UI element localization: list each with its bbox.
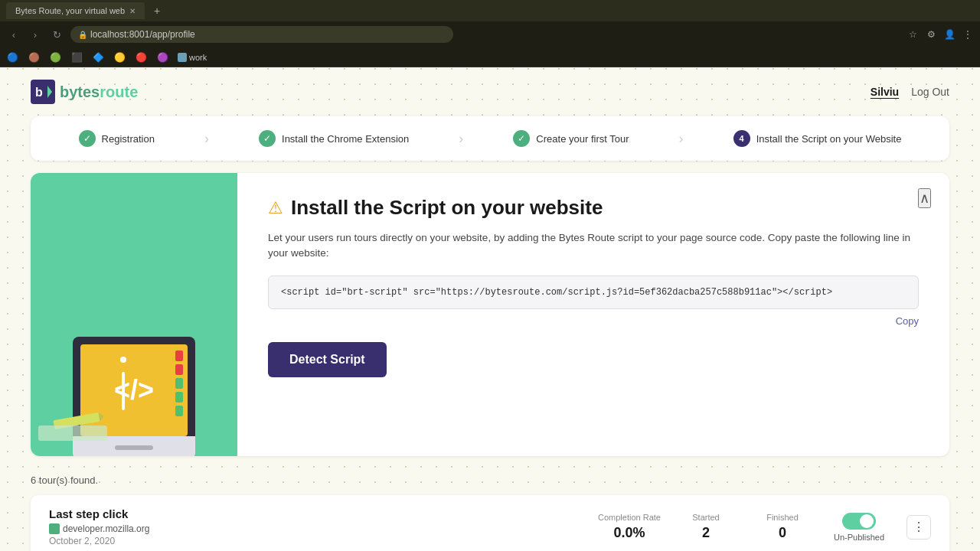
step-3-check: ✓ bbox=[513, 130, 530, 147]
bookmark-work-icon bbox=[178, 53, 187, 62]
logout-button[interactable]: Log Out bbox=[911, 86, 949, 98]
completion-rate-label: Completion Rate bbox=[591, 513, 668, 522]
step-4-check: 4 bbox=[733, 130, 750, 147]
detect-script-button[interactable]: Detect Script bbox=[268, 342, 387, 377]
card-content: ∧ ⚠ Install the Script on your website L… bbox=[237, 173, 949, 456]
illus-home-bar bbox=[115, 445, 153, 450]
illus-color-bars bbox=[175, 350, 183, 416]
started-value: 2 bbox=[668, 525, 744, 541]
step-sep-2: › bbox=[459, 131, 463, 147]
star-icon[interactable]: ☆ bbox=[906, 29, 919, 40]
bookmark-ext-6[interactable]: 🟡 bbox=[113, 52, 126, 63]
site-favicon bbox=[49, 523, 60, 534]
install-card: </> ∧ ⚠ Install the Sc bbox=[31, 173, 949, 456]
step-2-label: Install the Chrome Extension bbox=[282, 133, 409, 145]
step-4-label: Install the Script on your Website bbox=[756, 133, 902, 145]
bookmark-ext-8[interactable]: 🟣 bbox=[156, 52, 168, 63]
finished-label: Finished bbox=[744, 513, 821, 522]
card-title-area: ⚠ Install the Script on your website bbox=[268, 196, 919, 220]
bookmark-ext-5[interactable]: 🔷 bbox=[92, 52, 104, 63]
step-1-check: ✓ bbox=[79, 130, 96, 147]
bar-green2 bbox=[175, 392, 183, 403]
back-button[interactable]: ‹ bbox=[6, 29, 21, 41]
step-3-label: Create your first Tour bbox=[536, 133, 629, 145]
step-chrome-ext: ✓ Install the Chrome Extension bbox=[259, 130, 409, 147]
illus-screen-inner: </> bbox=[80, 344, 188, 436]
script-code-box[interactable]: <script id="brt-script" src="https://byt… bbox=[268, 276, 919, 309]
bookmark-ext-2[interactable]: 🟤 bbox=[28, 52, 40, 63]
tour-toggle-area: Un-Published bbox=[821, 513, 897, 542]
started-label: Started bbox=[668, 513, 744, 522]
tour-menu-button[interactable]: ⋮ bbox=[906, 515, 931, 540]
card-illustration: </> bbox=[31, 173, 237, 456]
lock-icon: 🔒 bbox=[78, 31, 87, 39]
new-tab-button[interactable]: + bbox=[149, 3, 165, 18]
menu-icon[interactable]: ⋮ bbox=[962, 29, 974, 40]
tour-info: Last step click developer.mozilla.org Oc… bbox=[49, 507, 591, 546]
bookmark-ext-3[interactable]: 🟢 bbox=[49, 52, 61, 63]
app-header: b bytesroute Silviu Log Out bbox=[0, 67, 980, 116]
logo-icon: b bbox=[31, 80, 55, 104]
bookmarks-bar: 🔵 🟤 🟢 ⬛ 🔷 🟡 🔴 🟣 work bbox=[0, 47, 980, 67]
publish-toggle[interactable] bbox=[842, 513, 876, 530]
tour-name: Last step click bbox=[49, 507, 591, 520]
browser-toolbar-icons: ☆ ⚙ 👤 ⋮ bbox=[906, 29, 974, 40]
cursor-line bbox=[122, 372, 125, 410]
bar-red2 bbox=[175, 364, 183, 375]
step-create-tour: ✓ Create your first Tour bbox=[513, 130, 629, 147]
address-text: localhost:8001/app/profile bbox=[90, 29, 195, 40]
bar-red bbox=[175, 350, 183, 361]
logo: b bytesroute bbox=[31, 80, 138, 104]
app-container: b bytesroute Silviu Log Out ✓ Registrati… bbox=[0, 67, 980, 551]
tour-card: Last step click developer.mozilla.org Oc… bbox=[31, 495, 949, 551]
warning-icon: ⚠ bbox=[268, 198, 283, 218]
tours-count: 6 tour(s) found. bbox=[31, 474, 949, 486]
finished-stat: Finished 0 bbox=[744, 513, 821, 541]
bar-green bbox=[175, 378, 183, 389]
tour-site: developer.mozilla.org bbox=[49, 523, 591, 534]
bookmark-work-label: work bbox=[189, 53, 207, 62]
user-name[interactable]: Silviu bbox=[871, 86, 899, 98]
copy-link-area: Copy bbox=[268, 315, 919, 327]
svg-text:b: b bbox=[35, 86, 43, 99]
step-sep-1: › bbox=[204, 131, 209, 147]
tab-title: Bytes Route, your virtual web bbox=[15, 6, 125, 15]
copy-button[interactable]: Copy bbox=[896, 315, 919, 327]
step-2-check: ✓ bbox=[259, 130, 276, 147]
completion-rate-stat: Completion Rate 0.0% bbox=[591, 513, 668, 541]
cursor-dot bbox=[120, 357, 126, 363]
reload-button[interactable]: ↻ bbox=[49, 29, 64, 41]
illus-keyboard bbox=[38, 425, 107, 441]
profile-icon[interactable]: 👤 bbox=[943, 29, 956, 40]
progress-steps: ✓ Registration › ✓ Install the Chrome Ex… bbox=[31, 116, 949, 161]
address-bar: ‹ › ↻ 🔒 localhost:8001/app/profile ☆ ⚙ 👤… bbox=[0, 21, 980, 47]
code-brackets-icon: </> bbox=[114, 374, 154, 406]
tour-date: October 2, 2020 bbox=[49, 536, 591, 546]
browser-tab-bar: Bytes Route, your virtual web ✕ + bbox=[0, 0, 980, 21]
card-description: Let your users run tours directly on you… bbox=[268, 230, 919, 262]
active-tab[interactable]: Bytes Route, your virtual web ✕ bbox=[6, 2, 145, 19]
completion-rate-value: 0.0% bbox=[591, 525, 668, 541]
header-nav: Silviu Log Out bbox=[871, 86, 949, 98]
logo-text: bytesroute bbox=[60, 83, 138, 101]
step-1-label: Registration bbox=[102, 133, 155, 145]
toggle-thumb bbox=[860, 514, 874, 528]
bookmark-work[interactable]: work bbox=[178, 53, 207, 62]
bookmark-ext-7[interactable]: 🔴 bbox=[135, 52, 147, 63]
site-url: developer.mozilla.org bbox=[63, 523, 149, 534]
forward-button[interactable]: › bbox=[28, 29, 43, 41]
card-heading: Install the Script on your website bbox=[291, 196, 603, 220]
bookmark-ext-4[interactable]: ⬛ bbox=[70, 52, 83, 63]
tab-close-icon[interactable]: ✕ bbox=[129, 7, 136, 15]
step-sep-3: › bbox=[679, 131, 684, 147]
bookmark-ext-1[interactable]: 🔵 bbox=[6, 52, 18, 63]
address-input[interactable]: 🔒 localhost:8001/app/profile bbox=[70, 26, 453, 43]
extension-icon[interactable]: ⚙ bbox=[925, 29, 937, 40]
started-stat: Started 2 bbox=[668, 513, 744, 541]
tours-section: 6 tour(s) found. Last step click develop… bbox=[31, 474, 949, 551]
publish-status-label: Un-Published bbox=[834, 533, 884, 542]
finished-value: 0 bbox=[744, 525, 821, 541]
collapse-button[interactable]: ∧ bbox=[918, 188, 931, 208]
step-registration: ✓ Registration bbox=[79, 130, 155, 147]
bar-green3 bbox=[175, 406, 183, 416]
